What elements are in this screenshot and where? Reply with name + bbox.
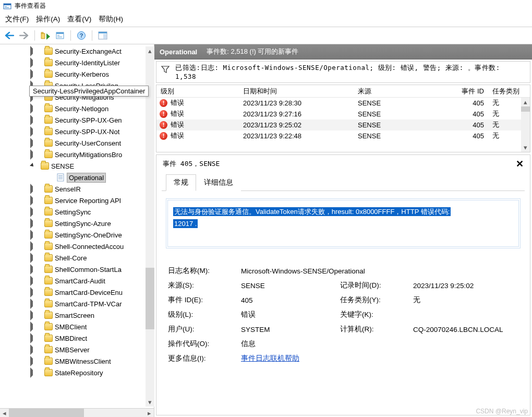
tree-item[interactable]: SMBWitnessClient	[0, 355, 154, 367]
tree-item[interactable]: SettingSync-OneDrive	[0, 229, 154, 241]
cell-datetime: 2023/11/23 9:28:30	[239, 98, 354, 109]
folder-icon	[44, 277, 53, 284]
tree-item-label: SettingSync-OneDrive	[55, 231, 122, 239]
tree-item[interactable]: SettingSync	[0, 206, 154, 218]
menu-help[interactable]: 帮助(H)	[99, 15, 123, 24]
help-button[interactable]: ?	[75, 29, 88, 42]
prop-logged-label: 记录时间(D):	[340, 281, 413, 290]
error-icon: !	[160, 121, 167, 129]
tree-item[interactable]: SecurityMitigationsBro	[0, 149, 154, 160]
menu-bar: 文件(F) 操作(A) 查看(V) 帮助(H)	[0, 12, 532, 27]
scroll-up-icon[interactable]: ▴	[146, 46, 154, 55]
tree-item[interactable]: SmartCard-DeviceEnu	[0, 287, 154, 298]
svg-rect-12	[103, 34, 106, 39]
tree-item[interactable]: SMBServer	[0, 344, 154, 355]
tree-item[interactable]: StateRepository	[0, 367, 154, 378]
app-icon	[3, 2, 11, 10]
grid-header[interactable]: 级别 日期和时间 来源 事件 ID 任务类别	[156, 85, 530, 98]
event-message[interactable]: 12017 .	[173, 219, 198, 228]
prop-moreinfo-label: 更多信息(I):	[168, 354, 241, 363]
tab-general[interactable]: 常规	[166, 174, 196, 191]
menu-view[interactable]: 查看(V)	[67, 15, 91, 24]
preview-pane-button[interactable]	[96, 29, 109, 42]
folder-icon	[44, 220, 53, 227]
grid-body[interactable]: !错误2023/11/23 9:28:30SENSE405无!错误2023/11…	[156, 98, 521, 152]
funnel-icon	[161, 65, 170, 74]
tree-item-label: Security-UserConsent	[55, 139, 121, 147]
col-event-id[interactable]: 事件 ID	[442, 85, 488, 98]
error-icon: !	[160, 132, 167, 140]
prop-opcode-label: 操作代码(O):	[168, 339, 241, 349]
folder-icon	[44, 289, 53, 296]
tree-item-label: Shell-Core	[55, 254, 87, 262]
cell-source: SENSE	[354, 98, 442, 109]
panel-header: Operational 事件数: 2,518 (!) 可用的新事件	[154, 44, 532, 59]
folder-icon	[44, 312, 53, 319]
tree-item[interactable]: Security-Netlogon	[0, 103, 154, 114]
tree-item[interactable]: Security-SPP-UX-Gen	[0, 114, 154, 126]
tree[interactable]: Security-ExchangeActSecurity-IdentityLis…	[0, 44, 154, 408]
grid-row[interactable]: !错误2023/11/23 9:22:48SENSE405无	[156, 130, 521, 141]
tree-item-label: SMBClient	[55, 323, 87, 331]
tree-item[interactable]: Security-UserConsent	[0, 137, 154, 149]
prop-computer-value: CQ-20070246.LBCN.LOCAL	[413, 326, 518, 333]
nav-forward-button[interactable]	[18, 29, 30, 42]
message-box: 无法与身份验证服务通信。ValidateToken请求失败，hresult: 0…	[166, 198, 521, 248]
svg-rect-1	[4, 4, 11, 5]
tree-item[interactable]: Security-ExchangeAct	[0, 45, 154, 57]
scroll-down-icon[interactable]: ▾	[521, 143, 530, 152]
tree-item[interactable]: ShellCommon-StartLa	[0, 264, 154, 275]
tree-item[interactable]: SenseIR	[0, 183, 154, 195]
col-level[interactable]: 级别	[156, 85, 239, 98]
tree-item[interactable]: Security-SPP-UX-Not	[0, 126, 154, 137]
tree-item[interactable]: SmartCard-Audit	[0, 275, 154, 287]
close-icon[interactable]: ✕	[516, 158, 524, 170]
col-task-cat[interactable]: 任务类别	[488, 85, 530, 98]
tree-item[interactable]: Security-IdentityLister	[0, 57, 154, 68]
tree-item[interactable]: Service Reporting API	[0, 195, 154, 206]
folder-icon	[44, 346, 53, 353]
nav-back-button[interactable]	[3, 29, 16, 42]
scroll-down-icon[interactable]: ▾	[146, 398, 154, 407]
tree-item[interactable]: SMBDirect	[0, 332, 154, 344]
event-message[interactable]: 无法与身份验证服务通信。ValidateToken请求失败，hresult: 0…	[173, 207, 451, 216]
tree-item[interactable]: SmartScreen	[0, 309, 154, 321]
cell-datetime: 2023/11/23 9:27:16	[239, 109, 354, 120]
prop-opcode-value: 信息	[241, 339, 518, 349]
tree-h-scrollbar[interactable]: ◂ ▸	[0, 408, 154, 417]
log-icon	[56, 173, 65, 182]
tree-item-label: SMBWitnessClient	[55, 358, 111, 365]
svg-rect-15	[58, 177, 63, 177]
grid-row[interactable]: !错误2023/11/23 9:27:16SENSE405无	[156, 109, 521, 120]
scroll-up-icon[interactable]: ▴	[521, 98, 530, 106]
properties-button[interactable]	[54, 29, 66, 42]
tree-item[interactable]: SmartCard-TPM-VCar	[0, 298, 154, 309]
tree-item[interactable]: SENSE	[0, 160, 154, 172]
col-datetime[interactable]: 日期和时间	[239, 85, 354, 98]
col-source[interactable]: 来源	[354, 85, 442, 98]
scroll-left-icon[interactable]: ◂	[0, 409, 9, 417]
toolbar-divider	[34, 30, 35, 41]
grid-row[interactable]: !错误2023/11/23 9:28:30SENSE405无	[156, 98, 521, 109]
filter-text: 已筛选:日志: Microsoft-Windows-SENSE/Operatio…	[175, 64, 500, 80]
cell-source: SENSE	[354, 120, 442, 130]
menu-file[interactable]: 文件(F)	[5, 15, 29, 24]
tree-item[interactable]: SMBClient	[0, 321, 154, 332]
prop-logname-label: 日志名称(M):	[168, 266, 241, 276]
tree-v-scrollbar[interactable]: ▴ ▾	[146, 46, 154, 407]
scroll-right-icon[interactable]: ▸	[145, 409, 154, 417]
tree-item[interactable]: SettingSync-Azure	[0, 218, 154, 229]
prop-logname-value: Microsoft-Windows-SENSE/Operational	[241, 267, 518, 275]
show-tree-button[interactable]	[39, 29, 52, 42]
more-info-link[interactable]: 事件日志联机帮助	[241, 354, 518, 363]
prop-keywords-label: 关键字(K):	[340, 310, 413, 319]
menu-action[interactable]: 操作(A)	[36, 15, 60, 24]
tab-details[interactable]: 详细信息	[196, 174, 241, 191]
grid-v-scrollbar[interactable]: ▴ ▾	[521, 98, 530, 152]
tree-item[interactable]: Shell-Core	[0, 252, 154, 264]
tree-item[interactable]: Shell-ConnectedAccou	[0, 241, 154, 252]
folder-icon	[44, 185, 53, 193]
tree-item[interactable]: Security-Kerberos	[0, 68, 154, 80]
grid-row[interactable]: !错误2023/11/23 9:25:02SENSE405无	[156, 120, 521, 130]
tree-item[interactable]: Operational	[0, 172, 154, 183]
